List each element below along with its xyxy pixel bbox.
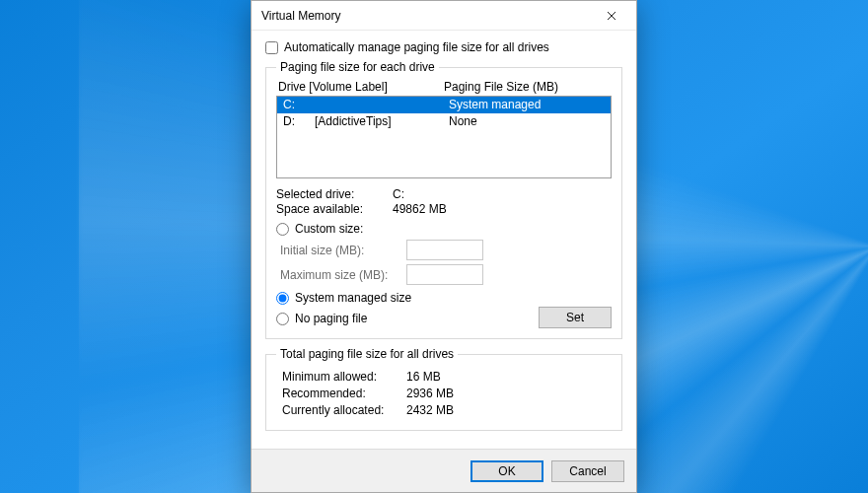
minimum-allowed-label: Minimum allowed: xyxy=(276,370,406,384)
space-available-row: Space available: 49862 MB xyxy=(276,202,612,216)
system-managed-label: System managed size xyxy=(295,291,411,305)
space-available-value: 49862 MB xyxy=(393,202,447,216)
drive-row[interactable]: C: System managed xyxy=(277,97,611,113)
minimum-allowed-row: Minimum allowed: 16 MB xyxy=(276,370,612,384)
auto-manage-checkbox-input[interactable] xyxy=(265,41,278,54)
close-button[interactable] xyxy=(589,1,634,31)
recommended-value: 2936 MB xyxy=(406,387,454,400)
currently-allocated-row: Currently allocated: 2432 MB xyxy=(276,403,612,417)
drive-list-header: Drive [Volume Label] Paging File Size (M… xyxy=(276,80,612,96)
drive-header-drive: Drive [Volume Label] xyxy=(278,80,444,94)
initial-size-label: Initial size (MB): xyxy=(280,244,406,257)
maximum-size-input[interactable] xyxy=(406,264,483,285)
space-available-label: Space available: xyxy=(276,202,393,216)
minimum-allowed-value: 16 MB xyxy=(406,370,441,384)
maximum-size-label: Maximum size (MB): xyxy=(280,268,406,282)
custom-size-radio-input[interactable] xyxy=(276,223,289,236)
drive-row-drive: C: xyxy=(283,98,449,112)
drive-row-drive: D: [AddictiveTips] xyxy=(283,114,449,129)
system-managed-radio-input[interactable] xyxy=(276,292,289,305)
selected-drive-row: Selected drive: C: xyxy=(276,187,612,201)
drive-row-size: None xyxy=(449,114,605,129)
currently-allocated-value: 2432 MB xyxy=(406,403,454,417)
initial-size-input[interactable] xyxy=(406,240,483,260)
custom-size-radio[interactable]: Custom size: xyxy=(276,222,612,236)
ok-button[interactable]: OK xyxy=(470,460,543,482)
cancel-button[interactable]: Cancel xyxy=(551,460,624,482)
selected-drive-label: Selected drive: xyxy=(276,187,393,201)
drives-group: Paging file size for each drive Drive [V… xyxy=(265,60,622,339)
window-title: Virtual Memory xyxy=(261,9,589,23)
dialog-footer: OK Cancel xyxy=(252,449,636,492)
selected-drive-value: C: xyxy=(393,187,404,201)
no-paging-radio[interactable]: No paging file xyxy=(276,312,539,325)
drives-legend: Paging file size for each drive xyxy=(276,60,439,74)
drive-list[interactable]: C: System managedD: [AddictiveTips]None xyxy=(276,96,612,178)
virtual-memory-dialog: Virtual Memory Automatically manage pagi… xyxy=(251,0,637,493)
recommended-row: Recommended: 2936 MB xyxy=(276,387,612,400)
custom-size-inputs: Initial size (MB): Maximum size (MB): xyxy=(280,240,612,285)
auto-manage-label: Automatically manage paging file size fo… xyxy=(284,40,549,54)
totals-group: Total paging file size for all drives Mi… xyxy=(265,347,622,431)
no-paging-radio-input[interactable] xyxy=(276,313,289,325)
system-managed-radio[interactable]: System managed size xyxy=(276,291,612,305)
drive-header-size: Paging File Size (MB) xyxy=(444,80,610,94)
drive-row-size: System managed xyxy=(449,98,605,112)
currently-allocated-label: Currently allocated: xyxy=(276,403,406,417)
titlebar: Virtual Memory xyxy=(252,1,636,31)
no-paging-label: No paging file xyxy=(295,312,367,325)
custom-size-label: Custom size: xyxy=(295,222,363,236)
auto-manage-checkbox[interactable]: Automatically manage paging file size fo… xyxy=(265,40,622,54)
totals-legend: Total paging file size for all drives xyxy=(276,347,458,361)
dialog-body: Automatically manage paging file size fo… xyxy=(252,31,636,449)
close-icon xyxy=(607,11,616,21)
drive-row[interactable]: D: [AddictiveTips]None xyxy=(277,113,611,130)
recommended-label: Recommended: xyxy=(276,387,406,400)
set-button[interactable]: Set xyxy=(539,307,612,328)
